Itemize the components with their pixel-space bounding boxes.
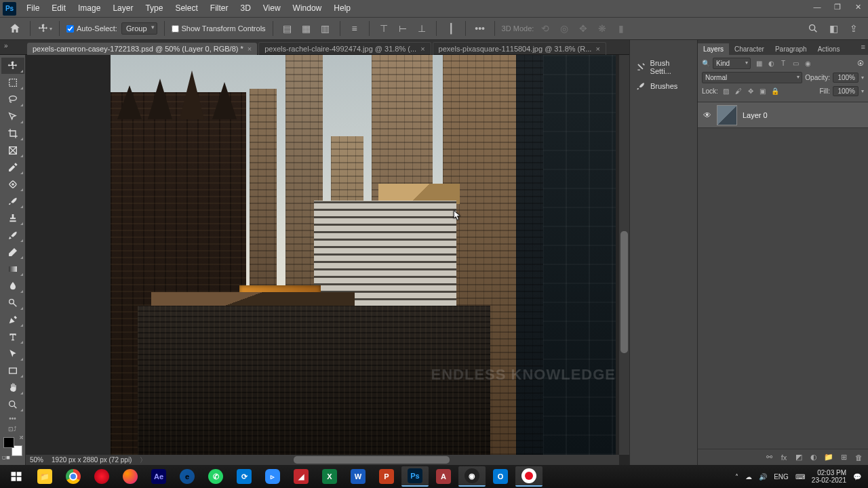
visibility-toggle-icon[interactable]: 👁 (698, 110, 717, 120)
scrollbar-vertical[interactable] (619, 55, 629, 455)
layers-tab[interactable]: Layers (698, 43, 729, 55)
hand-tool[interactable] (1, 380, 24, 396)
filter-pixel-icon[interactable]: ▦ (753, 59, 764, 68)
filter-shape-icon[interactable]: ▭ (790, 59, 801, 68)
link-layers-icon[interactable]: ⚯ (764, 452, 774, 463)
move-tool-icon[interactable]: ▾ (37, 21, 52, 36)
actions-tab[interactable]: Actions (812, 43, 846, 55)
show-transform-checkbox[interactable]: Show Transform Controls (172, 24, 266, 33)
opacity-dropdown-icon[interactable]: ▾ (861, 75, 864, 81)
gradient-tool[interactable] (1, 261, 24, 277)
share-icon[interactable]: ⇪ (846, 21, 861, 36)
start-button[interactable] (3, 466, 30, 487)
mask-icon[interactable]: ◩ (793, 452, 804, 463)
filter-toggle-icon[interactable]: ⦿ (857, 60, 864, 67)
lock-transparency-icon[interactable]: ▨ (721, 87, 732, 96)
group-icon[interactable]: 📁 (823, 452, 834, 463)
taskbar-explorer[interactable]: 📁 (31, 466, 58, 487)
taskbar-app2[interactable]: ◢ (288, 466, 315, 487)
window-minimize[interactable]: — (807, 0, 827, 14)
lock-artboard-icon[interactable]: ▣ (757, 87, 768, 96)
filter-smart-icon[interactable]: ◉ (802, 59, 813, 68)
opacity-value[interactable]: 100% (833, 73, 859, 83)
taskbar-outlook[interactable]: O (487, 466, 514, 487)
align-right-icon[interactable]: ▥ (318, 21, 333, 36)
tray-ime-icon[interactable]: ⌨ (795, 473, 805, 481)
character-tab[interactable]: Character (729, 43, 770, 55)
panel-menu-icon[interactable]: ≡ (861, 43, 865, 51)
zoom-level[interactable]: 50% (30, 456, 43, 464)
filter-kind-dropdown[interactable]: Kind (713, 58, 751, 69)
blur-tool[interactable] (1, 278, 24, 294)
taskbar-access[interactable]: A (430, 466, 457, 487)
swap-colors-icon[interactable]: ⤭ (19, 434, 24, 441)
align-middle-icon[interactable]: ⊢ (395, 21, 410, 36)
adjustment-icon[interactable]: ◐ (808, 452, 819, 463)
menu-view[interactable]: View (257, 0, 287, 17)
tray-onedrive-icon[interactable]: ☁ (745, 473, 752, 481)
window-maximize[interactable]: ❐ (827, 0, 848, 14)
foreground-color[interactable] (3, 437, 14, 448)
path-select-tool[interactable] (1, 346, 24, 362)
tray-volume-icon[interactable]: 🔊 (759, 473, 767, 481)
align-top-icon[interactable]: ⊤ (376, 21, 391, 36)
brushes-panel-button[interactable]: Brushes (630, 78, 697, 94)
menu-filter[interactable]: Filter (204, 0, 235, 17)
filter-adjust-icon[interactable]: ◐ (766, 59, 776, 68)
taskbar-photoshop[interactable]: Ps (401, 466, 429, 487)
auto-select-checkbox[interactable]: Auto-Select: (66, 24, 117, 33)
color-swatches[interactable]: ⤭ ◻◼ (3, 437, 22, 456)
crop-tool[interactable] (1, 125, 24, 142)
workspace-icon[interactable]: ◧ (826, 21, 841, 36)
dodge-tool[interactable] (1, 295, 24, 311)
document-tab-1[interactable]: pexels-cameron-casey-1722183.psd @ 50% (… (27, 43, 257, 55)
align-stroke-icon[interactable]: ┃ (443, 21, 458, 36)
marquee-tool[interactable] (1, 75, 24, 91)
menu-type[interactable]: Type (139, 0, 169, 17)
fill-dropdown-icon[interactable]: ▾ (861, 88, 864, 94)
document-canvas[interactable] (111, 55, 616, 455)
rectangle-tool[interactable] (1, 363, 24, 379)
paragraph-tab[interactable]: Paragraph (770, 43, 812, 55)
delete-layer-icon[interactable]: 🗑 (853, 452, 864, 463)
search-icon[interactable]: 🔍 (702, 60, 710, 67)
stamp-tool[interactable] (1, 210, 24, 226)
status-arrow-icon[interactable]: 〉 (140, 455, 146, 465)
menu-edit[interactable]: Edit (45, 0, 72, 17)
menu-file[interactable]: File (20, 0, 45, 17)
tray-notifications-icon[interactable]: 💬 (853, 473, 861, 481)
taskbar-word[interactable]: W (344, 466, 372, 487)
document-tab-2[interactable]: pexels-rachel-claire-4992474.jpg @ 31.8%… (258, 42, 431, 55)
document-tab-3[interactable]: pexels-pixasquare-1115804.jpg @ 31.8% (R… (433, 42, 606, 55)
close-tab-icon[interactable]: × (248, 45, 252, 53)
menu-layer[interactable]: Layer (106, 0, 139, 17)
expand-panels-left-icon[interactable]: » (4, 42, 8, 49)
search-icon[interactable] (806, 21, 821, 36)
distribute-icon[interactable]: ≡ (347, 21, 362, 36)
menu-image[interactable]: Image (72, 0, 106, 17)
tray-language[interactable]: ENG (774, 473, 789, 481)
move-tool[interactable] (1, 58, 24, 74)
layer-row[interactable]: 👁 Layer 0 (698, 102, 868, 128)
frame-tool[interactable] (1, 142, 24, 159)
more-options-icon[interactable]: ••• (473, 21, 488, 36)
healing-tool[interactable] (1, 176, 24, 192)
quick-select-tool[interactable] (1, 108, 24, 125)
filter-type-icon[interactable]: T (778, 59, 789, 68)
taskbar-aftereffects[interactable]: Ae (145, 466, 172, 487)
blend-mode-dropdown[interactable]: Normal (702, 72, 802, 83)
home-icon[interactable] (7, 20, 23, 37)
menu-3d[interactable]: 3D (234, 0, 256, 17)
lock-pixels-icon[interactable]: 🖌 (733, 87, 744, 96)
eraser-tool[interactable] (1, 244, 24, 260)
canvas-area[interactable]: ENDLESS KNOWLEDGE 50% 1920 px x 2880 px … (26, 55, 629, 465)
close-tab-icon[interactable]: × (595, 45, 599, 53)
menu-window[interactable]: Window (287, 0, 328, 17)
close-tab-icon[interactable]: × (420, 45, 425, 53)
taskbar-excel[interactable]: X (316, 466, 343, 487)
lock-all-icon[interactable]: 🔒 (770, 87, 781, 96)
taskbar-firefox[interactable] (117, 466, 144, 487)
taskbar-app1[interactable]: ⟳ (231, 466, 258, 487)
align-center-h-icon[interactable]: ▦ (299, 21, 314, 36)
brush-settings-panel-button[interactable]: Brush Setti... (630, 56, 697, 78)
